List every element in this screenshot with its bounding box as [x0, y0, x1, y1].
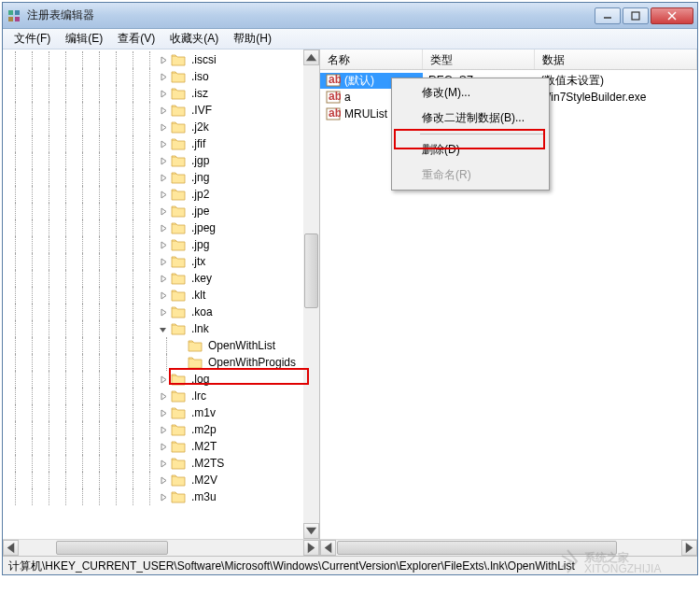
expand-icon[interactable] — [158, 206, 168, 217]
tree-item[interactable]: .jfif — [7, 135, 319, 152]
tree-item[interactable]: .jtx — [7, 253, 319, 270]
menu-file[interactable]: 文件(F) — [7, 29, 58, 49]
tree-label: .key — [189, 271, 214, 286]
svg-text:ab: ab — [329, 73, 341, 86]
expand-icon[interactable] — [158, 106, 168, 116]
folder-icon — [171, 120, 186, 134]
tree-item[interactable]: .jp2 — [7, 186, 319, 203]
menu-favorites[interactable]: 收藏夹(A) — [162, 29, 226, 49]
expand-icon[interactable] — [175, 341, 185, 351]
tree-item[interactable]: .isz — [7, 85, 319, 102]
expand-icon[interactable] — [158, 274, 168, 284]
tree-item[interactable]: .jpe — [7, 203, 319, 219]
folder-icon — [171, 289, 186, 302]
col-type[interactable]: 类型 — [423, 50, 535, 69]
tree-item[interactable]: .lrc — [7, 388, 319, 404]
tree-label: .m1v — [189, 405, 217, 420]
ctx-delete[interactable]: 删除(D) — [394, 137, 547, 163]
expand-icon[interactable] — [158, 89, 168, 99]
expand-icon[interactable] — [158, 290, 168, 301]
scroll-right-button[interactable] — [681, 540, 697, 556]
ctx-modify-binary[interactable]: 修改二进制数据(B)... — [394, 106, 547, 131]
folder-icon — [171, 205, 186, 218]
tree-item[interactable]: .iso — [7, 68, 319, 85]
expand-icon[interactable] — [158, 223, 168, 233]
tree-item[interactable]: .koa — [7, 304, 319, 320]
expand-icon[interactable] — [158, 391, 168, 402]
minimize-button[interactable] — [595, 7, 621, 24]
folder-icon — [171, 255, 186, 268]
folder-icon — [171, 305, 186, 318]
tree-item[interactable]: .jgp — [7, 152, 319, 169]
scroll-down-button[interactable] — [303, 523, 319, 539]
tree-item[interactable]: .lnk — [7, 320, 319, 337]
expand-icon[interactable] — [158, 240, 168, 250]
col-data[interactable]: 数据 — [535, 50, 697, 69]
ctx-modify[interactable]: 修改(M)... — [394, 80, 547, 106]
tree-item[interactable]: .M2V — [7, 472, 319, 488]
scroll-right-button[interactable] — [303, 540, 319, 556]
content-area: .iscsi.iso.isz.IVF.j2k.jfif.jgp.jng.jp2.… — [3, 50, 697, 556]
svg-rect-2 — [8, 17, 13, 21]
tree-item[interactable]: .IVF — [7, 102, 319, 119]
expand-icon[interactable] — [158, 55, 168, 65]
folder-icon — [171, 87, 186, 100]
tree-item[interactable]: .j2k — [7, 119, 319, 135]
folder-icon — [171, 171, 186, 184]
folder-icon — [171, 322, 186, 335]
maximize-button[interactable] — [623, 7, 649, 24]
expand-icon[interactable] — [158, 307, 168, 318]
tree-item[interactable]: .key — [7, 270, 319, 287]
tree-item[interactable]: .jpeg — [7, 219, 319, 236]
expand-icon[interactable] — [158, 257, 168, 267]
expand-icon[interactable] — [158, 459, 168, 469]
hscroll-thumb[interactable] — [56, 541, 168, 555]
expand-icon[interactable] — [158, 408, 168, 418]
scroll-up-button[interactable] — [303, 50, 319, 65]
tree-label: .jpg — [189, 237, 211, 252]
svg-text:ab: ab — [329, 90, 341, 103]
expand-icon[interactable] — [158, 492, 168, 502]
expand-icon[interactable] — [158, 375, 168, 385]
expand-icon[interactable] — [158, 425, 168, 435]
tree-item[interactable]: .iscsi — [7, 51, 319, 68]
tree-item[interactable]: OpenWithList — [7, 337, 319, 354]
expand-icon[interactable] — [158, 173, 168, 183]
tree-item[interactable]: .jpg — [7, 236, 319, 253]
expand-icon[interactable] — [158, 190, 168, 200]
tree-item[interactable]: .m1v — [7, 404, 319, 421]
tree-item[interactable]: .jng — [7, 169, 319, 186]
svg-rect-0 — [8, 10, 13, 15]
value-name: (默认) — [344, 73, 374, 89]
hscroll-thumb[interactable] — [337, 541, 617, 555]
menu-view[interactable]: 查看(V) — [110, 29, 162, 49]
titlebar[interactable]: 注册表编辑器 — [3, 3, 697, 29]
tree-hscroll[interactable] — [3, 539, 319, 556]
expand-icon[interactable] — [158, 442, 168, 452]
scroll-left-button[interactable] — [320, 540, 336, 556]
tree-item[interactable]: .M2TS — [7, 455, 319, 472]
expand-icon[interactable] — [175, 358, 185, 368]
tree-item[interactable]: .klt — [7, 287, 319, 304]
expand-icon[interactable] — [158, 156, 168, 166]
col-name[interactable]: 名称 — [320, 50, 423, 69]
collapse-icon[interactable] — [158, 324, 168, 334]
scroll-left-button[interactable] — [3, 540, 19, 556]
tree-view[interactable]: .iscsi.iso.isz.IVF.j2k.jfif.jgp.jng.jp2.… — [3, 50, 319, 507]
tree-item[interactable]: .m2p — [7, 421, 319, 438]
expand-icon[interactable] — [158, 475, 168, 486]
expand-icon[interactable] — [158, 72, 168, 82]
list-hscroll[interactable] — [320, 539, 697, 556]
tree-label: .iso — [189, 69, 211, 84]
tree-item[interactable]: .M2T — [7, 438, 319, 455]
close-button[interactable] — [651, 7, 693, 24]
menu-help[interactable]: 帮助(H) — [226, 29, 279, 49]
tree-item[interactable]: .m3u — [7, 488, 319, 505]
svg-rect-5 — [632, 12, 639, 20]
menu-edit[interactable]: 编辑(E) — [58, 29, 110, 49]
tree-vscroll[interactable] — [303, 50, 319, 539]
vscroll-thumb[interactable] — [304, 233, 318, 308]
tree-label: .isz — [189, 86, 210, 101]
expand-icon[interactable] — [158, 122, 168, 133]
expand-icon[interactable] — [158, 139, 168, 149]
